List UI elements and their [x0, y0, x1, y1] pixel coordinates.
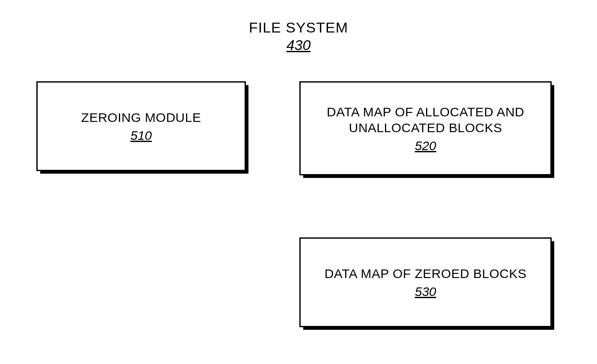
alloc-map-box: DATA MAP OF ALLOCATED AND UNALLOCATED BL… — [299, 81, 552, 175]
alloc-map-label: DATA MAP OF ALLOCATED AND UNALLOCATED BL… — [309, 104, 542, 136]
zero-map-label: DATA MAP OF ZEROED BLOCKS — [325, 266, 527, 282]
zero-map-number: 530 — [415, 284, 436, 299]
diagram-title: FILE SYSTEM 430 — [0, 19, 597, 53]
zeroing-module-number: 510 — [130, 128, 152, 143]
zeroing-module-box: ZEROING MODULE 510 — [36, 81, 246, 171]
title-number: 430 — [287, 37, 311, 53]
title-label: FILE SYSTEM — [0, 19, 597, 36]
alloc-map-number: 520 — [415, 139, 436, 153]
zero-map-box: DATA MAP OF ZEROED BLOCKS 530 — [299, 237, 552, 327]
zeroing-module-label: ZEROING MODULE — [81, 109, 201, 126]
